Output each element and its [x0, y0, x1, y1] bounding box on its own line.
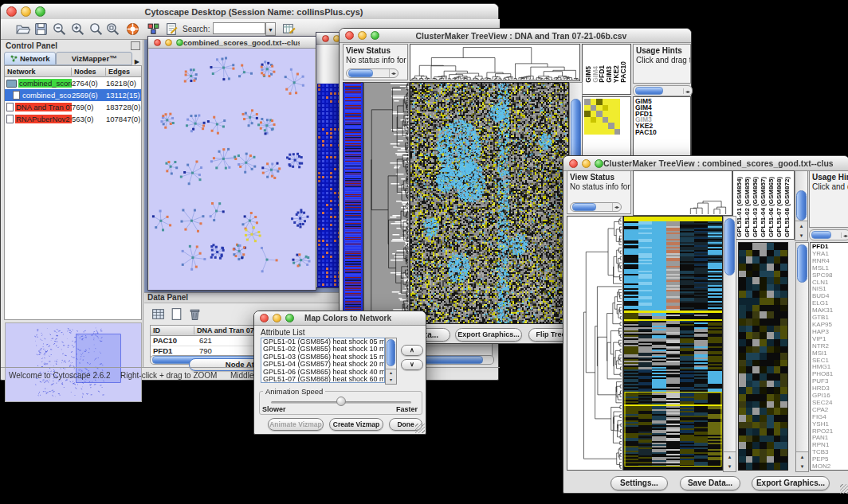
attribute-list-item[interactable]: GPL51-06 (GSM865) heat shock 40 min [261, 369, 384, 376]
maximize-button[interactable] [35, 6, 45, 17]
hscroll-thumb[interactable] [572, 203, 596, 211]
tab-network[interactable]: Network [4, 52, 56, 65]
attribute-list-item[interactable]: GPL51-07 (GSM868) heat shock 60 min [261, 376, 384, 383]
attribute-list-item[interactable]: GPL51-04 (GSM857) heat shock 20 min [261, 361, 384, 368]
col-header-edges[interactable]: Edges [106, 68, 141, 76]
close-button[interactable] [322, 35, 329, 42]
export-graphics-button[interactable]: Export Graphics... [455, 328, 522, 342]
resize-grip[interactable] [840, 484, 848, 494]
attribute-list-item[interactable]: GPL51-02 (GSM855) heat shock 10 min [261, 346, 384, 353]
maximize-button[interactable] [285, 314, 294, 322]
minimize-button[interactable] [165, 39, 172, 46]
help-lifesaver-icon[interactable] [125, 21, 140, 37]
column-dendrogram-canvas[interactable] [634, 171, 732, 215]
close-button[interactable] [569, 159, 578, 168]
vscroll-thumb[interactable] [796, 190, 807, 221]
tv2-status-hscrollbar[interactable]: ◂▸ [570, 202, 622, 212]
network-view-canvas[interactable] [149, 49, 315, 290]
save-session-icon[interactable] [33, 21, 49, 37]
close-button[interactable] [345, 31, 354, 40]
create-vizmap-button[interactable]: Create Vizmap [329, 418, 383, 431]
vscroll-thumb[interactable] [571, 99, 581, 164]
scroll-arrows[interactable]: ◂▸ [841, 232, 848, 238]
vscroll-arrows[interactable]: ▴▾ [796, 451, 808, 471]
zoom-in-icon[interactable] [70, 21, 85, 37]
hscroll-thumb[interactable] [811, 231, 831, 239]
close-button[interactable] [154, 39, 161, 46]
resize-grip[interactable] [415, 424, 425, 433]
tv2-hints-hscrollbar[interactable]: ◂▸ [809, 229, 848, 240]
animate-vizmap-button[interactable]: Animate Vizmap [268, 418, 324, 431]
attribute-list-item[interactable]: GPL51-01 (GSM854) heat shock 05 min [261, 338, 384, 346]
network-list-row[interactable]: combined_sco2569(6)13112(15) [5, 89, 141, 101]
scroll-arrows[interactable]: ◂▸ [683, 88, 692, 94]
settings-button[interactable]: Settings... [610, 476, 668, 490]
zoom-out-icon[interactable] [52, 21, 67, 37]
tv2-labels-vscrollbar[interactable]: ▴▾ [795, 170, 808, 241]
attribute-list-item[interactable]: GPL51-03 (GSM856) heat shock 15 min [261, 354, 384, 361]
dialog-titlebar[interactable]: Map Colors to Network [254, 311, 426, 326]
network-list-row[interactable]: RNAPuberNov2+563(0)107847(0) [5, 113, 141, 125]
col-header-id[interactable]: ID [151, 326, 194, 334]
row-dendrogram-canvas[interactable] [567, 217, 622, 470]
delete-attribute-icon[interactable] [187, 307, 202, 322]
minimize-button[interactable] [21, 6, 31, 17]
export-graphics-button[interactable]: Export Graphics... [752, 476, 830, 490]
speed-slider-thumb[interactable] [336, 397, 346, 406]
network-window-titlebar[interactable]: combined_scores_good.txt--cluste... [148, 37, 316, 49]
tv2-genes-vscrollbar[interactable]: ▴▾ [795, 242, 809, 472]
global-overview-canvas[interactable] [344, 83, 363, 323]
attribute-listbox[interactable]: GPL51-01 (GSM854) heat shock 05 minGPL51… [261, 338, 385, 383]
vscroll-thumb[interactable] [797, 244, 807, 283]
float-panel-icon[interactable] [131, 41, 140, 50]
vscroll-thumb[interactable] [387, 339, 395, 366]
similarity-matrix[interactable] [584, 99, 620, 135]
attribute-list-vscrollbar[interactable]: ▴▾ [385, 338, 397, 385]
network-table-header[interactable]: Network Nodes Edges [5, 66, 141, 77]
tab-overflow-arrow[interactable]: ▶ [132, 58, 142, 65]
attribute-table-icon[interactable] [281, 21, 296, 37]
vscroll-arrows[interactable]: ▴▾ [795, 221, 807, 240]
new-attribute-icon[interactable] [169, 307, 184, 322]
minimize-button[interactable] [358, 31, 367, 40]
maximize-button[interactable] [595, 159, 603, 168]
tv1-status-hscrollbar[interactable]: ◂▸ [346, 68, 398, 78]
scroll-left-arrow[interactable]: ◂▸ [389, 68, 398, 78]
close-button[interactable] [260, 314, 269, 322]
move-up-button[interactable]: ∧ [401, 345, 423, 356]
col-header-network[interactable]: Network [5, 68, 72, 76]
column-dendrogram-canvas[interactable] [410, 45, 579, 80]
zoom-selected-icon[interactable] [105, 21, 120, 37]
tab-vizmapper[interactable]: VizMapper™ [56, 52, 132, 65]
save-data-button[interactable]: Save Data... [680, 476, 740, 490]
global-heatmap-canvas[interactable] [410, 83, 568, 323]
global-heatmap-canvas[interactable] [624, 217, 722, 470]
table-mode-icon[interactable] [151, 307, 166, 322]
tv1-labels-hscrollbar[interactable]: ◂▸ [633, 85, 693, 96]
close-button[interactable] [6, 6, 17, 17]
search-input[interactable] [213, 22, 265, 34]
zoom-heatmap-canvas[interactable] [739, 243, 787, 470]
hscroll-thumb[interactable] [348, 69, 373, 77]
zoom-fit-icon[interactable] [88, 21, 104, 37]
vizmapper-icon[interactable] [147, 21, 162, 37]
maximize-button[interactable] [176, 39, 183, 46]
open-session-icon[interactable] [15, 21, 30, 37]
main-titlebar[interactable]: Cytoscape Desktop (Session Name: collins… [1, 4, 498, 20]
maximize-button[interactable] [371, 31, 379, 40]
vscroll-arrows[interactable]: ▴▾ [724, 451, 736, 471]
network-list-row[interactable]: DNA and Tran 07769(0)183728(0) [5, 101, 141, 113]
tv2-heatmap-vscrollbar[interactable]: ▴▾ [723, 216, 736, 472]
annotation-icon[interactable] [164, 21, 179, 37]
treeview2-titlebar[interactable]: ClusterMaker TreeView : combined_scores_… [563, 156, 848, 171]
row-dendrogram-canvas[interactable] [364, 83, 409, 323]
hscroll-thumb[interactable] [635, 87, 663, 95]
network-list-row[interactable]: combined_scores2764(0)16218(0) [5, 77, 141, 89]
scroll-arrows[interactable]: ◂▸ [612, 202, 621, 212]
minimize-button[interactable] [582, 159, 591, 168]
col-header-nodes[interactable]: Nodes [72, 68, 106, 76]
treeview1-titlebar[interactable]: ClusterMaker TreeView : DNA and Tran 07-… [340, 29, 691, 43]
search-dropdown-arrow[interactable]: ▼ [265, 22, 276, 36]
minimize-button[interactable] [273, 314, 281, 322]
network-overview-canvas[interactable] [5, 322, 142, 402]
